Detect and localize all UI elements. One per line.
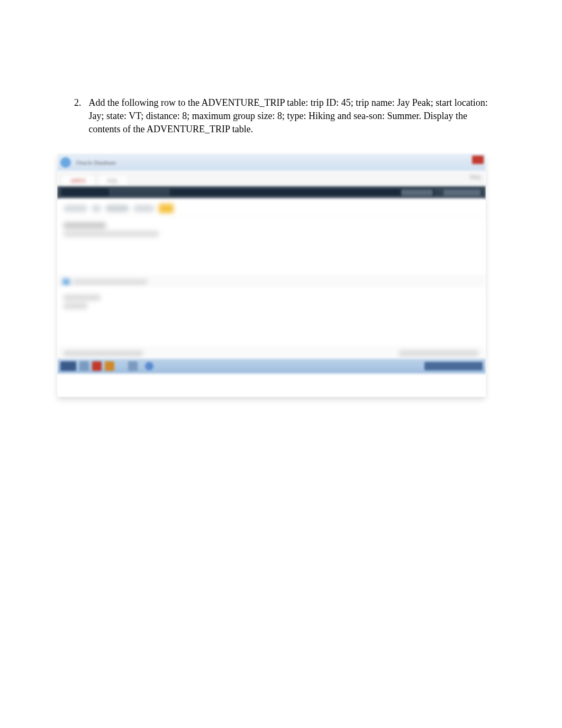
window-title: Oracle Database [76, 159, 116, 166]
toolbar-label [64, 205, 87, 212]
nav-segment[interactable] [443, 189, 481, 196]
taskbar-icon[interactable] [79, 361, 89, 371]
tab-strip: APEX SQL Help [57, 171, 486, 186]
results-panel [57, 288, 486, 347]
code-line [64, 231, 159, 237]
results-label [73, 279, 147, 285]
sql-editor[interactable] [57, 218, 486, 276]
close-icon[interactable] [472, 156, 484, 164]
toolbar [57, 199, 486, 218]
taskbar-icon[interactable] [128, 361, 138, 371]
nav-segment[interactable] [401, 189, 433, 196]
run-button[interactable] [159, 204, 174, 213]
app-icon [60, 157, 71, 168]
help-link[interactable]: Help [470, 174, 481, 180]
question-text: Add the following row to the ADVENTURE_T… [89, 96, 493, 136]
screenshot-thumbnail: Oracle Database APEX SQL Help [57, 153, 486, 397]
result-text [64, 303, 87, 309]
window-titlebar: Oracle Database [57, 153, 486, 171]
status-text [64, 351, 143, 356]
result-text [64, 295, 101, 301]
question-number: 2. [74, 96, 81, 136]
taskbar-icon[interactable] [92, 361, 102, 371]
results-icon [62, 279, 70, 285]
toolbar-label [92, 205, 101, 212]
nav-segment [170, 189, 434, 196]
nav-segment[interactable] [61, 188, 109, 197]
taskbar [57, 359, 486, 374]
system-tray[interactable] [424, 362, 483, 370]
code-line [64, 222, 106, 229]
taskbar-icon[interactable] [145, 362, 153, 370]
toolbar-dropdown[interactable] [105, 205, 129, 212]
status-right-text [399, 350, 478, 357]
results-header [57, 276, 486, 288]
question-block: 2. Add the following row to the ADVENTUR… [74, 96, 492, 136]
nav-bar [57, 186, 486, 199]
start-button[interactable] [60, 361, 76, 371]
tab-inactive[interactable]: SQL [97, 174, 129, 186]
toolbar-label [133, 205, 155, 212]
tab-active[interactable]: APEX [60, 174, 96, 186]
taskbar-icon[interactable] [105, 361, 114, 371]
status-bar [57, 347, 486, 359]
